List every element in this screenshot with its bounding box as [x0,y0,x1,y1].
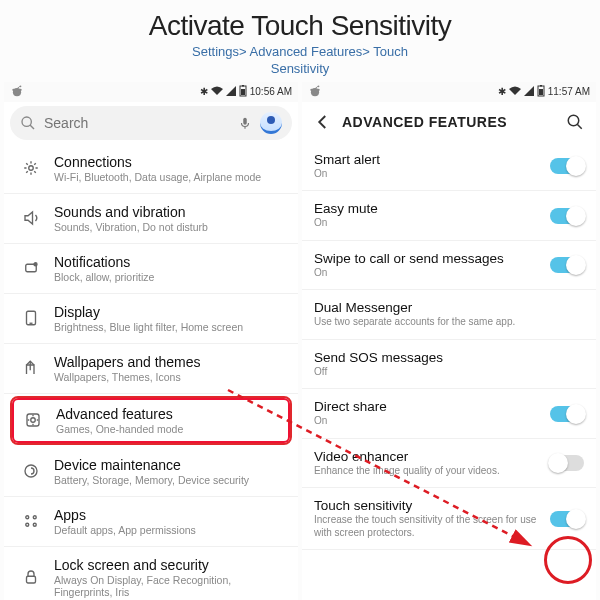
settings-item-lock[interactable]: Lock screen and securityAlways On Displa… [4,547,298,600]
bluetooth-icon: ✱ [498,87,506,97]
item-label: Device maintenance [54,457,286,473]
advanced-icon [18,411,48,429]
row-label: Direct share [314,399,542,414]
svg-point-17 [25,465,37,477]
feature-row[interactable]: Swipe to call or send messagesOn [302,241,596,291]
settings-item-display[interactable]: DisplayBrightness, Blue light filter, Ho… [4,294,298,344]
breadcrumb: Settings> Advanced Features> Touch Sensi… [0,44,600,78]
svg-rect-6 [242,85,244,87]
sound-icon [16,209,46,227]
settings-list: ConnectionsWi-Fi, Bluetooth, Data usage,… [4,144,298,600]
search-icon [20,115,36,131]
search-button[interactable] [562,109,588,135]
svg-point-30 [568,115,579,126]
row-label: Send SOS messages [314,350,576,365]
maintenance-icon [16,462,46,480]
row-subtitle: Enhance the image quality of your videos… [314,465,542,478]
row-subtitle: Increase the touch sensitivity of the sc… [314,514,542,539]
wifi-icon [509,86,521,98]
breadcrumb-line2: Sensitivity [0,61,600,78]
advanced-title: ADVANCED FEATURES [342,114,562,130]
item-subtitle: Brightness, Blue light filter, Home scre… [54,321,286,333]
row-label: Touch sensitivity [314,498,542,513]
search-input[interactable] [44,115,238,131]
item-label: Connections [54,154,286,170]
settings-item-connections[interactable]: ConnectionsWi-Fi, Bluetooth, Data usage,… [4,144,298,194]
advanced-list: Smart alertOnEasy muteOnSwipe to call or… [302,142,596,551]
advanced-header: ADVANCED FEATURES [302,102,596,142]
item-label: Wallpapers and themes [54,354,286,370]
row-subtitle: Use two separate accounts for the same a… [314,316,576,329]
item-label: Sounds and vibration [54,204,286,220]
breadcrumb-line1: Settings> Advanced Features> Touch [0,44,600,61]
settings-item-wallpaper[interactable]: Wallpapers and themesWallpapers, Themes,… [4,344,298,394]
row-subtitle: On [314,267,542,280]
svg-point-25 [317,88,319,90]
status-right: ✱ 10:56 AM [200,85,292,99]
status-bar: ✱ 11:57 AM [302,82,596,102]
toggle-switch[interactable] [550,511,584,527]
svg-line-8 [30,125,34,129]
settings-item-apps[interactable]: AppsDefault apps, App permissions [4,497,298,547]
svg-rect-22 [27,577,36,584]
feature-row[interactable]: Send SOS messagesOff [302,340,596,390]
panels: ✱ 10:56 AM Connec [0,78,600,600]
back-button[interactable] [310,109,336,135]
mic-icon[interactable] [238,116,252,130]
settings-item-advanced[interactable]: Advanced featuresGames, One-handed mode [10,396,292,445]
row-label: Swipe to call or send messages [314,251,542,266]
row-subtitle: On [314,415,542,428]
item-subtitle: Sounds, Vibration, Do not disturb [54,221,286,233]
item-subtitle: Games, One-handed mode [56,423,284,435]
status-bar: ✱ 10:56 AM [4,82,298,102]
feature-row[interactable]: Dual MessengerUse two separate accounts … [302,290,596,340]
item-label: Apps [54,507,286,523]
svg-rect-5 [241,89,245,95]
lock-icon [16,568,46,586]
battery-icon [537,85,545,99]
svg-rect-28 [539,89,543,95]
item-subtitle: Block, allow, prioritize [54,271,286,283]
row-label: Dual Messenger [314,300,576,315]
feature-row[interactable]: Touch sensitivityIncrease the touch sens… [302,488,596,550]
svg-point-1 [12,88,14,90]
svg-point-24 [310,88,312,90]
settings-item-maintenance[interactable]: Device maintenanceBattery, Storage, Memo… [4,447,298,497]
feature-row[interactable]: Easy muteOn [302,191,596,241]
toggle-switch[interactable] [550,455,584,471]
item-label: Lock screen and security [54,557,286,573]
feature-row[interactable]: Video enhancerEnhance the image quality … [302,439,596,489]
svg-point-7 [22,117,31,126]
toggle-switch[interactable] [550,257,584,273]
settings-item-sound[interactable]: Sounds and vibrationSounds, Vibration, D… [4,194,298,244]
signal-icon [524,86,534,98]
display-icon [16,309,46,327]
svg-rect-9 [243,118,247,125]
feature-row[interactable]: Direct shareOn [302,389,596,439]
row-label: Easy mute [314,201,542,216]
toggle-switch[interactable] [550,158,584,174]
toggle-switch[interactable] [550,406,584,422]
wallpaper-icon [16,359,46,377]
reddit-icon [308,84,322,100]
search-bar[interactable] [10,106,292,140]
svg-point-21 [33,524,36,527]
wifi-icon [211,86,223,98]
settings-panel: ✱ 10:56 AM Connec [4,82,298,600]
svg-point-10 [29,166,34,171]
svg-point-18 [26,516,29,519]
item-subtitle: Always On Display, Face Recognition, Fin… [54,574,286,598]
connections-icon [16,159,46,177]
reddit-icon [10,84,24,100]
item-subtitle: Wi-Fi, Bluetooth, Data usage, Airplane m… [54,171,286,183]
toggle-switch[interactable] [550,208,584,224]
feature-row[interactable]: Smart alertOn [302,142,596,192]
settings-item-notifications[interactable]: NotificationsBlock, allow, prioritize [4,244,298,294]
advanced-features-panel: ✱ 11:57 AM ADVANCED FEATURES [302,82,596,600]
svg-point-19 [33,516,36,519]
row-subtitle: Off [314,366,576,379]
avatar[interactable] [260,112,282,134]
item-subtitle: Default apps, App permissions [54,524,286,536]
svg-point-16 [31,418,36,423]
signal-icon [226,86,236,98]
